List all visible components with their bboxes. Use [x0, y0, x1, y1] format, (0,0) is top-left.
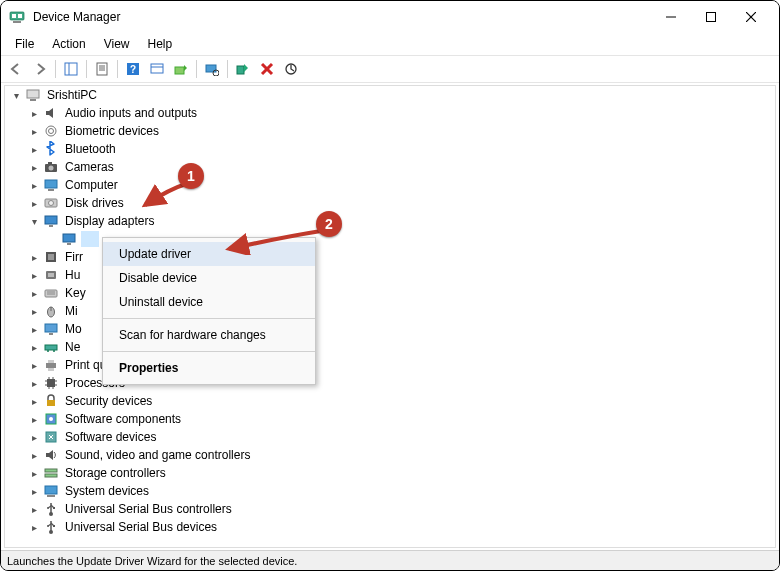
svg-point-27 [46, 126, 56, 136]
svg-rect-39 [67, 243, 71, 245]
tree-node[interactable]: ▸Software devices [5, 428, 775, 446]
hid-icon [43, 267, 59, 283]
svg-rect-3 [13, 21, 21, 23]
svg-point-76 [47, 507, 49, 509]
tree-root[interactable]: ▾ SrishtiPC [5, 86, 775, 104]
ctx-properties[interactable]: Properties [103, 356, 315, 380]
svg-point-52 [47, 350, 49, 352]
minimize-button[interactable] [651, 3, 691, 31]
ctx-uninstall-device[interactable]: Uninstall device [103, 290, 315, 314]
chevron-right-icon[interactable]: ▸ [27, 502, 41, 516]
chevron-right-icon[interactable]: ▸ [27, 250, 41, 264]
maximize-button[interactable] [691, 3, 731, 31]
tree-node[interactable]: ▸Storage controllers [5, 464, 775, 482]
svg-point-30 [49, 166, 54, 171]
chevron-right-icon[interactable]: ▸ [27, 196, 41, 210]
svg-rect-36 [45, 216, 57, 224]
chevron-right-icon[interactable]: ▸ [27, 412, 41, 426]
chevron-right-icon[interactable]: ▸ [27, 376, 41, 390]
tree-node-label: Cameras [65, 160, 114, 174]
chevron-right-icon[interactable]: ▸ [27, 178, 41, 192]
tree-node[interactable]: ▸Audio inputs and outputs [5, 104, 775, 122]
ctx-scan-hardware[interactable]: Scan for hardware changes [103, 323, 315, 347]
tree-node-label: Computer [65, 178, 118, 192]
tree-node[interactable]: ▸Computer [5, 176, 775, 194]
update-driver-button[interactable] [170, 58, 192, 80]
tree-node[interactable]: ▸Biometric devices [5, 122, 775, 140]
softdev-icon [43, 429, 59, 445]
callout-2: 2 [316, 211, 342, 237]
scan-hardware-button[interactable] [201, 58, 223, 80]
chevron-right-icon[interactable]: ▸ [27, 340, 41, 354]
camera-icon [43, 159, 59, 175]
svg-point-80 [47, 525, 49, 527]
menu-file[interactable]: File [7, 35, 42, 53]
tree-node[interactable]: ▸Disk drives [5, 194, 775, 212]
back-button[interactable] [5, 58, 27, 80]
monitor-icon [43, 321, 59, 337]
chevron-right-icon[interactable]: ▸ [27, 520, 41, 534]
tree-node-label: Ne [65, 340, 80, 354]
help-button[interactable]: ? [122, 58, 144, 80]
chevron-right-icon[interactable]: ▸ [27, 394, 41, 408]
arrow-2 [223, 227, 323, 255]
status-bar: Launches the Update Driver Wizard for th… [1, 550, 779, 570]
tree-node[interactable]: ▸Universal Serial Bus controllers [5, 500, 775, 518]
menu-action[interactable]: Action [44, 35, 93, 53]
svg-rect-31 [48, 162, 52, 164]
disable-device-button[interactable] [280, 58, 302, 80]
usb-icon [43, 519, 59, 535]
svg-rect-32 [45, 180, 57, 188]
menu-view[interactable]: View [96, 35, 138, 53]
tree-node[interactable]: ▸Bluetooth [5, 140, 775, 158]
chevron-right-icon[interactable]: ▸ [27, 322, 41, 336]
show-hide-tree-button[interactable] [60, 58, 82, 80]
chevron-right-icon[interactable]: ▸ [27, 430, 41, 444]
svg-text:?: ? [130, 64, 136, 75]
uninstall-device-button[interactable] [256, 58, 278, 80]
tree-node[interactable]: ▸Cameras [5, 158, 775, 176]
chevron-down-icon[interactable]: ▾ [27, 214, 41, 228]
svg-rect-73 [47, 495, 55, 497]
chevron-right-icon[interactable]: ▸ [27, 466, 41, 480]
svg-point-28 [49, 129, 54, 134]
svg-rect-26 [30, 99, 36, 101]
chevron-right-icon[interactable]: ▸ [27, 304, 41, 318]
ctx-disable-device[interactable]: Disable device [103, 266, 315, 290]
app-icon [9, 9, 25, 25]
chevron-down-icon[interactable]: ▾ [9, 88, 23, 102]
chevron-right-icon[interactable]: ▸ [27, 160, 41, 174]
tree-node-label: Security devices [65, 394, 152, 408]
chevron-right-icon[interactable]: ▸ [27, 484, 41, 498]
close-button[interactable] [731, 3, 771, 31]
tree-node[interactable]: ▸Sound, video and game controllers [5, 446, 775, 464]
tree-node[interactable]: ▸Universal Serial Bus devices [5, 518, 775, 536]
chevron-right-icon[interactable]: ▸ [27, 286, 41, 300]
tree-node[interactable]: ▸System devices [5, 482, 775, 500]
chevron-right-icon[interactable]: ▸ [27, 358, 41, 372]
ctx-separator [103, 351, 315, 352]
forward-button[interactable] [29, 58, 51, 80]
root-label: SrishtiPC [47, 88, 97, 102]
svg-rect-41 [48, 254, 54, 260]
svg-rect-55 [48, 360, 54, 363]
display-adapter-icon [61, 231, 77, 247]
tree-node[interactable]: ▸Security devices [5, 392, 775, 410]
action-center-button[interactable] [146, 58, 168, 80]
tree-node[interactable]: ▾Display adapters [5, 212, 775, 230]
firmware-icon [43, 249, 59, 265]
menu-help[interactable]: Help [140, 35, 181, 53]
svg-point-35 [49, 201, 54, 206]
chevron-right-icon[interactable]: ▸ [27, 106, 41, 120]
printer-icon [43, 357, 59, 373]
properties-button[interactable] [91, 58, 113, 80]
tree-node[interactable]: ▸Software components [5, 410, 775, 428]
enable-device-button[interactable] [232, 58, 254, 80]
chevron-right-icon[interactable]: ▸ [27, 124, 41, 138]
chevron-right-icon[interactable]: ▸ [27, 448, 41, 462]
tree-node-label: Mo [65, 322, 82, 336]
chevron-right-icon[interactable]: ▸ [27, 142, 41, 156]
svg-rect-2 [18, 14, 22, 18]
svg-point-53 [53, 350, 55, 352]
chevron-right-icon[interactable]: ▸ [27, 268, 41, 282]
